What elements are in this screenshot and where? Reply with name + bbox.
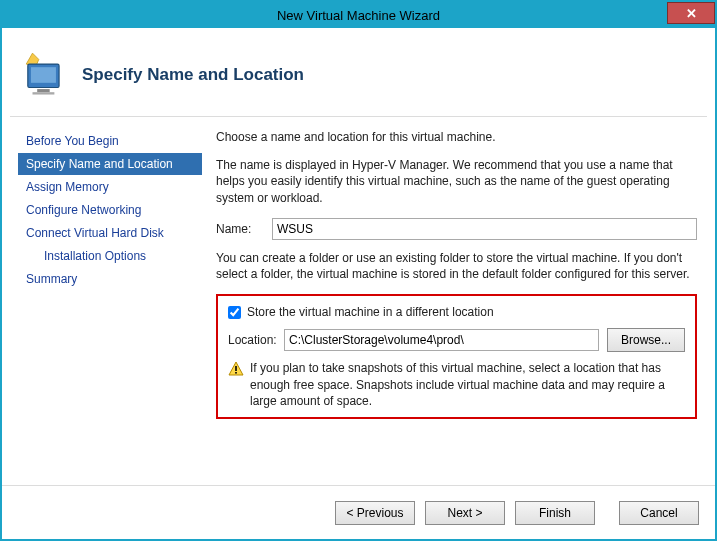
location-label: Location:: [228, 332, 284, 348]
window-chrome: New Virtual Machine Wizard ✕ Specify Nam…: [0, 0, 717, 541]
highlight-box: Store the virtual machine in a different…: [216, 294, 697, 419]
svg-rect-4: [33, 92, 55, 94]
wizard-body: Before You Begin Specify Name and Locati…: [2, 117, 715, 475]
svg-rect-7: [235, 372, 237, 374]
location-input[interactable]: [284, 329, 599, 351]
warning-icon: [228, 361, 244, 377]
close-icon: ✕: [686, 6, 697, 21]
name-row: Name:: [216, 218, 697, 240]
intro-text: Choose a name and location for this virt…: [216, 129, 697, 145]
warning-text: If you plan to take snapshots of this vi…: [250, 360, 685, 409]
step-assign-memory[interactable]: Assign Memory: [18, 176, 202, 198]
svg-rect-6: [235, 366, 237, 371]
step-configure-networking[interactable]: Configure Networking: [18, 199, 202, 221]
store-checkbox[interactable]: [228, 306, 241, 319]
cancel-button[interactable]: Cancel: [619, 501, 699, 525]
name-description: The name is displayed in Hyper-V Manager…: [216, 157, 697, 206]
window-body: Specify Name and Location Before You Beg…: [2, 28, 715, 539]
store-different-location-row: Store the virtual machine in a different…: [228, 304, 685, 320]
close-button[interactable]: ✕: [667, 2, 715, 24]
finish-button[interactable]: Finish: [515, 501, 595, 525]
svg-rect-2: [31, 67, 56, 83]
previous-button[interactable]: < Previous: [335, 501, 415, 525]
name-input[interactable]: [272, 218, 697, 240]
location-row: Location: Browse...: [228, 328, 685, 352]
titlebar[interactable]: New Virtual Machine Wizard ✕: [2, 2, 715, 28]
step-specify-name-location[interactable]: Specify Name and Location: [18, 153, 202, 175]
monitor-icon: [20, 50, 70, 100]
svg-rect-3: [37, 89, 50, 92]
wizard-header: Specify Name and Location: [2, 28, 715, 116]
name-label: Name:: [216, 221, 272, 237]
next-button[interactable]: Next >: [425, 501, 505, 525]
page-title: Specify Name and Location: [82, 65, 304, 85]
step-connect-vhd[interactable]: Connect Virtual Hard Disk: [18, 222, 202, 244]
step-installation-options[interactable]: Installation Options: [18, 245, 202, 267]
store-checkbox-label: Store the virtual machine in a different…: [247, 304, 494, 320]
step-summary[interactable]: Summary: [18, 268, 202, 290]
content-panel: Choose a name and location for this virt…: [202, 117, 715, 475]
location-description: You can create a folder or use an existi…: [216, 250, 697, 282]
warning-row: If you plan to take snapshots of this vi…: [228, 360, 685, 409]
browse-button[interactable]: Browse...: [607, 328, 685, 352]
window-title: New Virtual Machine Wizard: [277, 8, 440, 23]
wizard-steps: Before You Begin Specify Name and Locati…: [2, 117, 202, 475]
step-before-you-begin[interactable]: Before You Begin: [18, 130, 202, 152]
wizard-footer: < Previous Next > Finish Cancel: [2, 485, 715, 539]
